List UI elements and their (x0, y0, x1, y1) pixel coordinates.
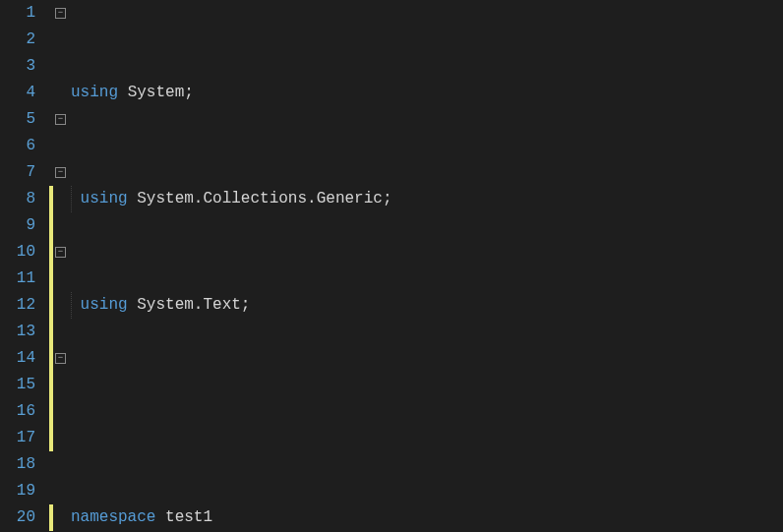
identifier: System (137, 190, 194, 207)
code-line[interactable]: using System.Collections.Generic; (71, 186, 783, 212)
change-indicator (49, 186, 53, 451)
keyword: using (81, 296, 128, 314)
fold-toggle[interactable]: − (55, 353, 66, 364)
punct: ; (383, 190, 392, 207)
identifier: test1 (165, 508, 212, 526)
line-number: 6 (0, 133, 35, 159)
line-number: 1 (0, 0, 35, 27)
keyword: namespace (71, 508, 155, 526)
line-number: 2 (0, 27, 35, 53)
line-number-gutter: 1234567891011121314151617181920 (0, 0, 47, 532)
identifier: System (137, 296, 194, 314)
line-number: 5 (0, 106, 35, 133)
line-number: 15 (0, 372, 35, 398)
line-number: 3 (0, 53, 35, 80)
fold-column: −−−−− (55, 0, 71, 532)
punct: . (194, 190, 204, 207)
line-number: 10 (0, 239, 35, 266)
punct: . (307, 190, 317, 207)
code-line[interactable]: namespace test1 (71, 504, 783, 531)
line-number: 14 (0, 345, 35, 372)
fold-toggle[interactable]: − (55, 8, 66, 19)
line-number: 8 (0, 186, 35, 212)
line-number: 12 (0, 292, 35, 319)
line-number: 7 (0, 159, 35, 186)
code-line[interactable]: using System; (71, 80, 783, 106)
keyword: using (81, 190, 128, 207)
code-editor[interactable]: 1234567891011121314151617181920 −−−−− us… (0, 0, 783, 532)
line-number: 11 (0, 266, 35, 292)
code-line[interactable] (71, 398, 783, 425)
fold-toggle[interactable]: − (55, 114, 66, 125)
change-indicator (49, 504, 53, 531)
code-area[interactable]: using System; using System.Collections.G… (71, 0, 783, 532)
fold-toggle[interactable]: − (55, 167, 66, 178)
fold-toggle[interactable]: − (55, 247, 66, 258)
keyword: using (71, 84, 118, 101)
line-number: 19 (0, 478, 35, 504)
line-number: 16 (0, 398, 35, 425)
line-number: 17 (0, 425, 35, 451)
identifier: System (128, 84, 185, 101)
change-margin (47, 0, 55, 532)
identifier: Generic (317, 190, 383, 207)
line-number: 18 (0, 451, 35, 478)
punct: ; (184, 84, 194, 101)
punct: ; (241, 296, 251, 314)
line-number: 20 (0, 504, 35, 531)
code-line[interactable]: using System.Text; (71, 292, 783, 319)
identifier: Text (203, 296, 240, 314)
line-number: 13 (0, 319, 35, 345)
punct: . (194, 296, 204, 314)
line-number: 9 (0, 212, 35, 239)
line-number: 4 (0, 80, 35, 106)
identifier: Collections (203, 190, 307, 207)
